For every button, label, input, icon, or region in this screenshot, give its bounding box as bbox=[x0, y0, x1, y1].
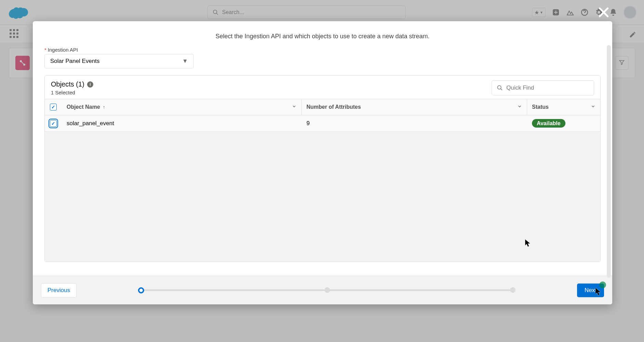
ingestion-api-select[interactable]: Solar Panel Events ▼ bbox=[44, 54, 194, 68]
modal-footer: Previous Next bbox=[33, 276, 612, 304]
column-menu-icon[interactable] bbox=[517, 104, 522, 110]
objects-panel: Objects (1) i 1 Selected Object Name ↑ bbox=[44, 75, 601, 262]
chevron-down-icon: ▼ bbox=[182, 58, 188, 65]
objects-selected-count: 1 Selected bbox=[51, 90, 93, 95]
walkthrough-hotspot bbox=[599, 281, 606, 288]
previous-button[interactable]: Previous bbox=[41, 283, 77, 298]
next-button[interactable]: Next bbox=[577, 284, 604, 297]
ingestion-api-label: *Ingestion API bbox=[44, 47, 612, 53]
objects-table-body: solar_panel_event 9 Available bbox=[45, 115, 600, 262]
select-all-checkbox[interactable] bbox=[50, 104, 57, 110]
row-status: Available bbox=[527, 120, 600, 127]
quick-find-search[interactable] bbox=[492, 80, 594, 95]
close-modal-button[interactable] bbox=[597, 5, 611, 19]
column-menu-icon[interactable] bbox=[292, 104, 297, 110]
column-menu-icon[interactable] bbox=[591, 104, 595, 110]
row-object-name: solar_panel_event bbox=[62, 120, 302, 127]
progress-step-2[interactable] bbox=[325, 287, 330, 293]
column-status[interactable]: Status bbox=[527, 99, 600, 115]
svg-point-8 bbox=[497, 86, 501, 89]
column-attributes[interactable]: Number of Attributes bbox=[302, 99, 527, 115]
search-icon bbox=[497, 85, 503, 91]
row-attributes: 9 bbox=[302, 120, 527, 127]
modal-scrollbar[interactable] bbox=[607, 45, 611, 278]
progress-step-1[interactable] bbox=[138, 287, 144, 293]
objects-table-header: Object Name ↑ Number of Attributes Statu… bbox=[45, 99, 600, 115]
info-icon[interactable]: i bbox=[87, 81, 93, 88]
quick-find-input[interactable] bbox=[506, 84, 589, 91]
sort-ascending-icon: ↑ bbox=[103, 104, 105, 110]
objects-header: Objects (1) i 1 Selected bbox=[45, 76, 600, 99]
status-badge: Available bbox=[532, 119, 565, 128]
new-data-stream-modal: Select the Ingestion API and which objec… bbox=[33, 21, 612, 304]
ingestion-api-value: Solar Panel Events bbox=[50, 58, 100, 65]
ingestion-api-field: *Ingestion API Solar Panel Events ▼ bbox=[44, 47, 612, 68]
row-checkbox[interactable] bbox=[50, 120, 57, 127]
modal-instruction-text: Select the Ingestion API and which objec… bbox=[33, 33, 612, 40]
column-object-name[interactable]: Object Name ↑ bbox=[62, 99, 302, 115]
objects-title: Objects (1) i bbox=[51, 80, 93, 88]
svg-line-9 bbox=[501, 89, 502, 90]
table-row[interactable]: solar_panel_event 9 Available bbox=[45, 115, 600, 132]
wizard-progress bbox=[138, 287, 516, 293]
progress-step-3[interactable] bbox=[510, 287, 516, 293]
